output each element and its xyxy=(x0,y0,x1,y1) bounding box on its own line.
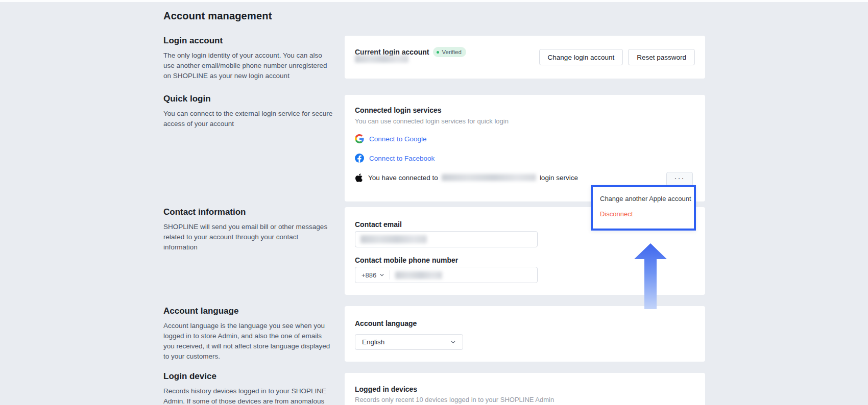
section-description: You can connect to the external login se… xyxy=(163,109,333,129)
section-login-account: Login account The only login identity of… xyxy=(163,36,333,81)
apple-account-redacted xyxy=(442,174,536,181)
section-account-language: Account language Account language is the… xyxy=(163,306,333,362)
menu-item-change-apple-account[interactable]: Change another Apple account xyxy=(600,195,691,202)
section-login-device: Login device Records history devices log… xyxy=(163,371,333,405)
section-contact-information: Contact information SHOPLINE will send y… xyxy=(163,207,333,252)
logged-in-devices-title: Logged in devices xyxy=(355,385,417,393)
section-heading: Login account xyxy=(163,36,333,46)
chevron-down-icon xyxy=(379,272,384,277)
google-service-row: Connect to Google xyxy=(355,134,427,144)
section-heading: Contact information xyxy=(163,207,333,217)
connect-facebook-link[interactable]: Connect to Facebook xyxy=(369,155,435,162)
language-select-value: English xyxy=(362,338,384,346)
input-divider xyxy=(390,270,390,280)
section-heading: Account language xyxy=(163,306,333,316)
facebook-service-row: Connect to Facebook xyxy=(355,153,435,163)
connected-services-subtitle: You can use connected login services for… xyxy=(355,117,509,125)
country-code-value: +886 xyxy=(361,271,376,279)
change-login-account-button[interactable]: Change login account xyxy=(539,49,623,65)
google-icon xyxy=(355,134,364,143)
login-account-card: Current login account Verified Change lo… xyxy=(345,36,705,79)
apple-icon xyxy=(355,173,363,183)
section-description: SHOPLINE will send you email bill or oth… xyxy=(163,222,333,252)
country-code-selector[interactable]: +886 xyxy=(355,271,390,279)
chevron-down-icon xyxy=(450,339,456,345)
section-description: Records history devices logged in to you… xyxy=(163,386,333,405)
apple-connected-suffix: login service xyxy=(540,174,578,182)
connect-google-link[interactable]: Connect to Google xyxy=(369,135,427,143)
login-devices-card: Logged in devices Records only recent 10… xyxy=(345,373,705,405)
contact-phone-label: Contact mobile phone number xyxy=(355,256,458,264)
contact-phone-input[interactable]: +886 xyxy=(355,267,538,283)
account-language-label: Account language xyxy=(355,319,417,327)
page-title: Account management xyxy=(163,10,272,22)
menu-item-disconnect[interactable]: Disconnect xyxy=(600,210,633,218)
contact-phone-redacted xyxy=(395,271,442,279)
annotation-arrow-up-icon xyxy=(634,243,667,309)
reset-password-button[interactable]: Reset password xyxy=(628,49,695,65)
apple-more-actions-button[interactable]: ··· xyxy=(666,172,693,186)
contact-email-label: Contact email xyxy=(355,220,402,229)
section-description: Account language is the language you see… xyxy=(163,321,333,362)
section-description: The only login identity of your account.… xyxy=(163,50,333,81)
logged-in-devices-subtitle: Records only recent 10 devices logged in… xyxy=(355,396,554,403)
apple-connected-text: You have connected to login service xyxy=(368,174,578,182)
verified-badge: Verified xyxy=(433,47,466,57)
top-edge-strip xyxy=(0,0,868,2)
verified-dot-icon xyxy=(437,51,439,54)
contact-email-redacted xyxy=(360,235,427,243)
apple-connected-prefix: You have connected to xyxy=(368,174,438,182)
section-quick-login: Quick login You can connect to the exter… xyxy=(163,94,333,129)
section-heading: Quick login xyxy=(163,94,333,104)
apple-service-row: You have connected to login service xyxy=(355,172,578,183)
language-select[interactable]: English xyxy=(355,334,463,350)
connected-services-title: Connected login services xyxy=(355,106,442,114)
verified-badge-label: Verified xyxy=(442,49,461,55)
section-heading: Login device xyxy=(163,371,333,382)
contact-email-input[interactable] xyxy=(355,231,538,247)
account-management-page: Account management Login account The onl… xyxy=(0,0,868,405)
facebook-icon xyxy=(355,154,364,163)
apple-actions-dropdown: Change another Apple account Disconnect xyxy=(591,185,696,231)
account-language-card: Account language English xyxy=(345,306,705,362)
login-email-redacted xyxy=(355,55,408,63)
